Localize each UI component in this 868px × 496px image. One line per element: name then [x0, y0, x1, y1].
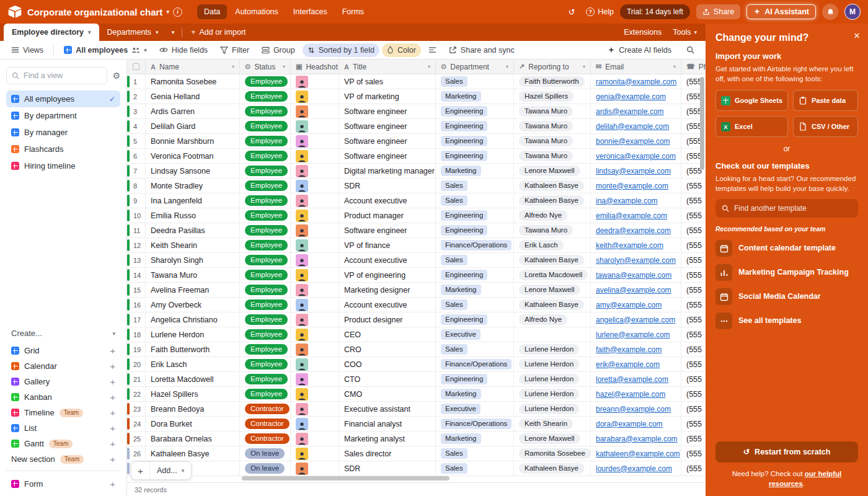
- row-number-cell[interactable]: 6: [127, 149, 146, 163]
- headshot-cell[interactable]: [291, 387, 339, 401]
- department-cell[interactable]: Sales: [436, 193, 514, 208]
- status-cell[interactable]: Employee: [240, 223, 291, 237]
- reporting-to-cell[interactable]: Lurlene Herdon: [514, 342, 591, 356]
- department-cell[interactable]: Sales: [436, 342, 514, 356]
- email-cell[interactable]: genia@example.com: [591, 89, 681, 104]
- title-cell[interactable]: Software engineer: [339, 119, 436, 133]
- share-button[interactable]: Share: [696, 4, 740, 19]
- status-cell[interactable]: Employee: [240, 327, 291, 342]
- email-link[interactable]: angelica@example.com: [596, 316, 675, 324]
- email-link[interactable]: bonnie@example.com: [596, 137, 670, 146]
- row-number-cell[interactable]: 21: [127, 372, 146, 386]
- headshot-cell[interactable]: [291, 446, 339, 461]
- status-cell[interactable]: Employee: [240, 268, 291, 282]
- title-cell[interactable]: Sales director: [339, 446, 436, 461]
- row-number-cell[interactable]: 24: [127, 417, 146, 431]
- column-header-phone[interactable]: ☎Phone▾: [681, 60, 706, 74]
- headshot-cell[interactable]: [291, 238, 339, 252]
- phone-cell[interactable]: (555: [681, 342, 706, 356]
- name-cell[interactable]: Angelica Christiano: [146, 312, 240, 327]
- email-cell[interactable]: bonnie@example.com: [591, 134, 681, 148]
- status-cell[interactable]: Employee: [240, 372, 291, 386]
- department-cell[interactable]: Marketing: [436, 432, 514, 446]
- row-number-cell[interactable]: 18: [127, 327, 146, 342]
- reporting-to-cell[interactable]: Kathaleen Basye: [514, 461, 591, 476]
- email-link[interactable]: faith@example.com: [596, 345, 662, 354]
- notifications-button[interactable]: [822, 4, 838, 20]
- help-button[interactable]: ? Help: [586, 7, 614, 16]
- hide-fields-button[interactable]: Hide fields: [154, 43, 213, 57]
- headshot-cell[interactable]: [291, 134, 339, 148]
- phone-cell[interactable]: (555: [681, 357, 706, 371]
- headshot-cell[interactable]: [291, 149, 339, 163]
- title-cell[interactable]: CEO: [339, 327, 436, 342]
- name-cell[interactable]: Hazel Spillers: [146, 387, 240, 401]
- name-cell[interactable]: Breann Bedoya: [146, 402, 240, 416]
- headshot-cell[interactable]: [291, 119, 339, 133]
- gear-icon[interactable]: ⚙: [112, 71, 120, 81]
- status-cell[interactable]: On leave: [240, 446, 291, 461]
- status-cell[interactable]: Employee: [240, 164, 291, 178]
- row-number-cell[interactable]: 13: [127, 253, 146, 267]
- title-cell[interactable]: Account executive: [339, 298, 436, 312]
- headshot-cell[interactable]: [291, 164, 339, 178]
- plus-icon[interactable]: +: [110, 345, 115, 356]
- row-number-cell[interactable]: 22: [127, 387, 146, 401]
- name-cell[interactable]: Bonnie Marshburn: [146, 134, 240, 148]
- create-ai-fields-button[interactable]: Create AI fields: [603, 43, 676, 57]
- headshot-cell[interactable]: [291, 342, 339, 356]
- email-cell[interactable]: lurlene@example.com: [591, 327, 681, 342]
- phone-cell[interactable]: (555: [681, 372, 706, 386]
- views-button[interactable]: Views: [6, 43, 48, 57]
- email-cell[interactable]: erik@example.com: [591, 357, 681, 371]
- name-cell[interactable]: Loretta Macdowell: [146, 372, 240, 386]
- email-link[interactable]: lurlene@example.com: [596, 330, 670, 339]
- status-cell[interactable]: Employee: [240, 208, 291, 223]
- email-link[interactable]: loretta@example.com: [596, 375, 668, 384]
- title-cell[interactable]: Product manager: [339, 208, 436, 223]
- email-cell[interactable]: sharolyn@example.com: [591, 253, 681, 267]
- row-number-cell[interactable]: 20: [127, 357, 146, 371]
- status-cell[interactable]: Contractor: [240, 432, 291, 446]
- email-cell[interactable]: ina@example.com: [591, 193, 681, 208]
- department-cell[interactable]: Engineering: [436, 372, 514, 386]
- create-item-gallery[interactable]: Gallery+: [6, 374, 120, 389]
- row-number-cell[interactable]: 17: [127, 312, 146, 327]
- reporting-to-cell[interactable]: Faith Butterworth: [514, 74, 591, 89]
- email-link[interactable]: delilah@example.com: [596, 122, 669, 131]
- plus-icon[interactable]: +: [110, 438, 115, 449]
- phone-cell[interactable]: (555: [681, 179, 706, 193]
- title-cell[interactable]: VP of finance: [339, 238, 436, 252]
- department-cell[interactable]: Marketing: [436, 164, 514, 178]
- email-link[interactable]: genia@example.com: [596, 92, 666, 101]
- email-link[interactable]: kathaleen@example.com: [596, 450, 680, 458]
- create-item-timeline[interactable]: TimelineTeam+: [6, 405, 120, 420]
- topnav-data[interactable]: Data: [197, 4, 227, 19]
- template-see-all-templates[interactable]: See all templates: [715, 312, 801, 329]
- name-cell[interactable]: Keith Shearin: [146, 238, 240, 252]
- headshot-cell[interactable]: [291, 417, 339, 431]
- phone-cell[interactable]: (555: [681, 417, 706, 431]
- plus-icon[interactable]: +: [110, 423, 115, 433]
- email-link[interactable]: ardis@example.com: [596, 107, 664, 116]
- ai-assistant-button[interactable]: AI Assistant: [746, 4, 816, 19]
- status-cell[interactable]: Employee: [240, 342, 291, 356]
- email-link[interactable]: lourdes@example.com: [596, 464, 672, 473]
- status-cell[interactable]: Employee: [240, 238, 291, 252]
- title-cell[interactable]: CRO: [339, 342, 436, 356]
- title-cell[interactable]: Executive assistant: [339, 402, 436, 416]
- status-cell[interactable]: Employee: [240, 387, 291, 401]
- plus-icon[interactable]: +: [110, 407, 115, 418]
- name-cell[interactable]: Kathaleen Basye: [146, 446, 240, 461]
- name-cell[interactable]: Ina Langenfeld: [146, 193, 240, 208]
- status-cell[interactable]: Employee: [240, 179, 291, 193]
- name-cell[interactable]: Emilia Russo: [146, 208, 240, 223]
- department-cell[interactable]: Marketing: [436, 283, 514, 297]
- reporting-to-cell[interactable]: Alfredo Nye: [514, 312, 591, 327]
- name-cell[interactable]: Veronica Footman: [146, 149, 240, 163]
- row-number-cell[interactable]: 9: [127, 193, 146, 208]
- headshot-cell[interactable]: [291, 268, 339, 282]
- title-cell[interactable]: SDR: [339, 461, 436, 476]
- department-cell[interactable]: Marketing: [436, 89, 514, 104]
- email-link[interactable]: sharolyn@example.com: [596, 256, 676, 265]
